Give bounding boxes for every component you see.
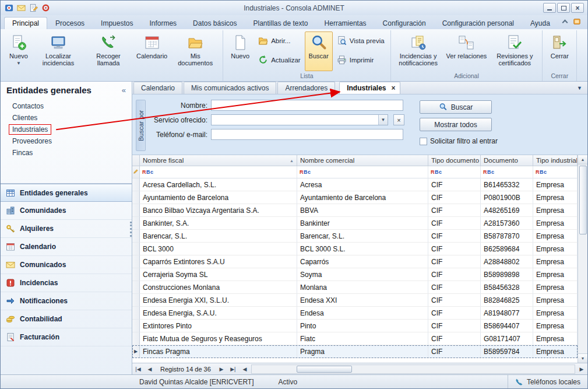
- column-header-nombre-fiscal[interactable]: Nombre fiscal▲: [140, 155, 297, 166]
- buscar-ribbon-button[interactable]: Buscar: [305, 31, 333, 71]
- nuevo-lista-button[interactable]: Nuevo: [226, 31, 254, 71]
- notes-icon[interactable]: [29, 3, 38, 13]
- navbar-item-calendario[interactable]: Calendario: [1, 238, 132, 256]
- tab-list-dropdown-icon[interactable]: ▼: [573, 85, 586, 94]
- mis-documentos-button[interactable]: Mis documentos: [171, 31, 220, 71]
- table-row[interactable]: Endesa Energia XXI, S.L.U.Endesa XXICIFB…: [132, 294, 578, 307]
- next-record-button[interactable]: ▶: [216, 366, 227, 372]
- tab-close-icon[interactable]: ×: [392, 85, 396, 92]
- column-header-tipo-documento[interactable]: Tipo documento: [428, 155, 481, 166]
- sidebar-item-proveedores[interactable]: Proveedores: [1, 135, 132, 147]
- app-logo-icon[interactable]: [4, 3, 14, 13]
- ribbon-tab-impuestos[interactable]: Impuestos: [93, 17, 141, 29]
- cerrar-button[interactable]: Cerrar: [545, 31, 573, 71]
- ribbon-tab-informes[interactable]: Informes: [141, 17, 185, 29]
- last-record-button[interactable]: ▶|: [227, 366, 239, 372]
- vista-previa-button[interactable]: Vista previa: [334, 34, 388, 47]
- prev-record-button[interactable]: ◀: [144, 366, 156, 372]
- hscroll-left-icon[interactable]: ◀: [239, 366, 251, 372]
- navbar-item-contabilidad[interactable]: Contabilidad: [1, 310, 132, 328]
- collapse-panel-icon[interactable]: «: [122, 86, 126, 94]
- ribbon-tab-configuración-personal[interactable]: Configuración personal: [434, 17, 522, 29]
- sidebar-item-fincas[interactable]: Fincas: [1, 147, 132, 159]
- local-phones-panel[interactable]: Teléfonos locales: [508, 375, 587, 388]
- navbar-item-facturación[interactable]: Facturación: [1, 328, 132, 346]
- first-record-button[interactable]: |◀: [132, 366, 144, 372]
- sidebar-item-clientes[interactable]: Clientes: [1, 112, 132, 124]
- scroll-down-icon[interactable]: ▼: [578, 353, 587, 363]
- sidebar-item-industriales[interactable]: Industriales: [1, 124, 132, 135]
- close-button[interactable]: ×: [571, 3, 584, 13]
- table-row[interactable]: Construcciones MonlanaMonlanaCIFB5845632…: [132, 281, 578, 294]
- table-row[interactable]: Fiatc Mutua de Seguros y ReasegurosFiatc…: [132, 332, 578, 345]
- calendario-button[interactable]: Calendario: [134, 31, 170, 71]
- navbar-item-incidencias[interactable]: Incidencias: [1, 274, 132, 292]
- localizar-incidencias-button[interactable]: Localizar incidencias: [34, 31, 83, 71]
- filter-cell-tipo-industrial[interactable]: RBc: [533, 166, 578, 178]
- column-header-nombre-comercial[interactable]: Nombre comercial: [297, 155, 428, 166]
- navbar-item-alquileres[interactable]: Alquileres: [1, 220, 132, 238]
- telefono-input[interactable]: [211, 129, 403, 140]
- ribbon-tab-configuración[interactable]: Configuración: [375, 17, 434, 29]
- scroll-up-icon[interactable]: ▲: [578, 155, 587, 164]
- table-row[interactable]: Caparrós Extintores S.A.UCaparrósCIFA288…: [132, 255, 578, 268]
- nombre-input[interactable]: [211, 100, 403, 111]
- column-header-tipo-industrial[interactable]: Tipo industrial: [533, 155, 578, 166]
- table-row[interactable]: Endesa Energia, S.A.U.EndesaCIFA81948077…: [132, 307, 578, 320]
- incidencias-y-notificaciones-button[interactable]: Incidencias y notificaciones: [394, 31, 443, 71]
- actualizar-button[interactable]: Actualizar: [255, 54, 304, 66]
- record-icon[interactable]: [41, 3, 51, 13]
- recoger-llamada-button[interactable]: Recoger llamada: [84, 31, 133, 71]
- hscroll-right-icon[interactable]: ▶: [576, 366, 587, 372]
- combo-dropdown-icon[interactable]: ▼: [378, 115, 388, 125]
- table-row[interactable]: ▶Fincas PragmaPragmaCIFB58959784Empresa: [132, 345, 578, 358]
- ribbon-tab-herramientas[interactable]: Herramientas: [316, 17, 375, 29]
- panel-launch-icon[interactable]: [572, 16, 582, 26]
- ribbon-tab-principal[interactable]: Principal: [4, 17, 47, 29]
- table-row[interactable]: Banco Bilbao Vizcaya Argentaria S.A.BBVA…: [132, 204, 578, 217]
- table-row[interactable]: Ayuntamiento de BarcelonaAyuntamiento de…: [132, 191, 578, 204]
- navbar-item-notificaciones[interactable]: Notificaciones: [1, 292, 132, 310]
- solicitar-filtro-checkbox[interactable]: Solicitar filtro al entrar: [420, 137, 498, 145]
- navbar-item-entidades-generales[interactable]: Entidades generales: [1, 184, 132, 202]
- table-row[interactable]: Barencar, S.L.Barencar, S.L.CIFB58787870…: [132, 230, 578, 243]
- checkbox-box[interactable]: [420, 138, 427, 145]
- column-header-documento[interactable]: Documento: [481, 155, 533, 166]
- minimize-button[interactable]: [543, 3, 556, 13]
- mostrar-todos-button[interactable]: Mostrar todos: [420, 118, 492, 131]
- ribbon-tab-procesos[interactable]: Procesos: [47, 17, 93, 29]
- ver-relaciones-button[interactable]: Ver relaciones: [444, 31, 490, 71]
- collapse-ribbon-icon[interactable]: [562, 19, 568, 25]
- document-tab-industriales[interactable]: Industriales×: [339, 82, 400, 94]
- vscrollbar-thumb[interactable]: [579, 166, 587, 234]
- hscrollbar-thumb[interactable]: [297, 366, 352, 373]
- table-row[interactable]: Bankinter, S.A.BankinterCIFA28157360Empr…: [132, 217, 578, 230]
- ribbon-tab-plantillas-de-texto[interactable]: Plantillas de texto: [245, 17, 316, 29]
- document-tab-mis-comunicados-activos[interactable]: Mis comunicados activos: [184, 82, 276, 94]
- filter-cell-documento[interactable]: RBc: [481, 166, 533, 178]
- buscar-button[interactable]: Buscar: [420, 100, 492, 114]
- filter-cell-nombre-fiscal[interactable]: RBc: [140, 166, 297, 178]
- table-row[interactable]: BCL 3000BCL 3000 S.L.CIFB62589684Empresa: [132, 243, 578, 255]
- navbar-item-comunidades[interactable]: Comunidades: [1, 202, 132, 220]
- ribbon-tab-datos-básicos[interactable]: Datos básicos: [185, 17, 245, 29]
- servicio-combo[interactable]: ▼: [211, 114, 388, 125]
- combo-clear-button[interactable]: ×: [393, 114, 404, 125]
- table-row[interactable]: Acresa Cardellach, S.L.AcresaCIFB6146533…: [132, 178, 578, 191]
- filter-cell-nombre-comercial[interactable]: RBc: [297, 166, 428, 178]
- servicio-input[interactable]: [212, 115, 378, 125]
- vertical-scrollbar[interactable]: ▲ ▼: [578, 155, 587, 363]
- table-row[interactable]: Cerrajeria Soyma SLSoymaCIFB58989898Empr…: [132, 268, 578, 281]
- filter-cell-tipo-documento[interactable]: RBc: [428, 166, 481, 178]
- horizontal-scrollbar[interactable]: [251, 365, 575, 374]
- splitter-handle[interactable]: [130, 222, 132, 237]
- imprimir-button[interactable]: Imprimir: [334, 54, 388, 66]
- sidebar-item-contactos[interactable]: Contactos: [1, 100, 132, 112]
- mail-icon[interactable]: [16, 3, 26, 13]
- ribbon-tab-ayuda[interactable]: Ayuda: [522, 17, 558, 29]
- abrir-button[interactable]: Abrir...: [255, 34, 304, 47]
- nuevo-button[interactable]: Nuevo▼: [5, 31, 33, 71]
- navbar-item-comunicados[interactable]: Comunicados: [1, 256, 132, 274]
- revisiones-y-certificados-button[interactable]: Revisiones y certificados: [490, 31, 539, 71]
- maximize-button[interactable]: [557, 3, 570, 13]
